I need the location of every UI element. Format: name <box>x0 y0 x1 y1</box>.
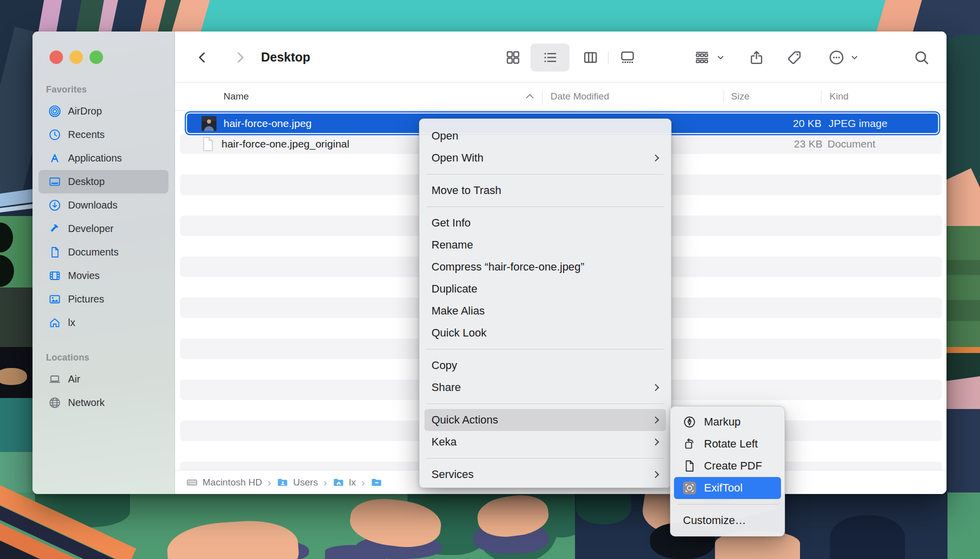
submenu-chevron-icon <box>652 154 659 162</box>
menu-item-label: Open <box>432 130 458 142</box>
airdrop-icon <box>48 105 61 118</box>
globe-icon <box>48 396 61 409</box>
desktop-icon <box>48 176 61 188</box>
menu-item-move-to-trash[interactable]: Move to Trash <box>420 180 671 202</box>
column-divider[interactable] <box>542 90 542 103</box>
menu-item-label: Copy <box>432 359 457 372</box>
menu-item-duplicate[interactable]: Duplicate <box>420 278 671 300</box>
sidebar-item-desktop[interactable]: Desktop <box>38 170 168 194</box>
column-divider[interactable] <box>821 90 822 103</box>
menu-item-label: Keka <box>432 436 456 448</box>
menu-item-quick-look[interactable]: Quick Look <box>420 322 671 344</box>
menu-separator <box>426 458 664 458</box>
menu-item-label: Quick Look <box>432 326 486 340</box>
column-view-button[interactable] <box>578 45 603 70</box>
file-kind: JPEG image <box>828 118 888 130</box>
menu-item-label: Services <box>432 468 474 481</box>
column-header-date-modified[interactable]: Date Modified <box>550 82 609 110</box>
sidebar-item-developer[interactable]: Developer <box>38 217 168 240</box>
column-headers: Name Date Modified Size Kind <box>175 82 946 110</box>
file-kind: Document <box>828 138 876 150</box>
list-view-button[interactable] <box>530 44 570 72</box>
sidebar-item-label: Air <box>68 374 80 385</box>
menu-item-make-alias[interactable]: Make Alias <box>420 300 671 322</box>
group-button[interactable] <box>690 45 714 70</box>
menu-item-quick-actions[interactable]: Quick Actions <box>424 409 666 431</box>
submenu-item-label: Create PDF <box>704 460 762 472</box>
sidebar-item-lx-home[interactable]: lx <box>38 311 168 334</box>
column-view-icon <box>582 50 598 66</box>
menu-item-open-with[interactable]: Open With <box>420 147 671 169</box>
file-name: hair-force-one.jpeg <box>224 118 312 130</box>
file-size: 20 KB <box>793 118 822 130</box>
column-header-kind[interactable]: Kind <box>830 82 848 110</box>
grid-view-icon <box>505 50 521 66</box>
sidebar-item-applications[interactable]: Applications <box>38 146 168 170</box>
menu-item-compress[interactable]: Compress “hair-force-one.jpeg” <box>420 256 671 278</box>
submenu-item-customize[interactable]: Customize… <box>670 510 784 532</box>
menu-item-keka[interactable]: Keka <box>420 431 671 453</box>
menu-item-label: Move to Trash <box>432 184 501 197</box>
sidebar-item-downloads[interactable]: Downloads <box>38 194 168 217</box>
sidebar-item-recents[interactable]: Recents <box>38 123 168 146</box>
submenu-item-markup[interactable]: Markup <box>670 411 784 433</box>
breadcrumb-item[interactable]: Macintosh HD <box>202 477 262 488</box>
sidebar-item-documents[interactable]: Documents <box>38 240 168 264</box>
submenu-item-exiftool[interactable]: ExifTool <box>674 477 781 499</box>
icon-view-button[interactable] <box>500 45 526 70</box>
column-header-size[interactable]: Size <box>731 82 750 110</box>
clock-icon <box>48 128 61 141</box>
sidebar-item-label: Movies <box>68 270 100 282</box>
exiftool-icon <box>683 482 696 494</box>
submenu-chevron-icon <box>652 438 659 446</box>
laptop-icon <box>48 373 61 386</box>
group-chevron[interactable] <box>712 45 730 70</box>
breadcrumb-item[interactable]: Users <box>293 477 318 488</box>
submenu-item-create-pdf[interactable]: Create PDF <box>670 455 784 477</box>
document-icon <box>48 246 61 258</box>
menu-item-copy[interactable]: Copy <box>420 354 671 376</box>
back-button[interactable] <box>190 45 215 70</box>
sidebar: Favorites AirDrop Recents Applications D… <box>32 32 175 494</box>
context-menu: Open Open With Move to Trash Get Info Re… <box>419 118 672 488</box>
menu-separator <box>678 504 778 504</box>
sidebar-item-movies[interactable]: Movies <box>38 264 168 288</box>
hammer-icon <box>48 222 61 235</box>
sidebar-item-label: Pictures <box>68 294 104 305</box>
submenu-item-rotate-left[interactable]: Rotate Left <box>670 433 784 455</box>
menu-item-label: Share <box>432 381 461 394</box>
menu-item-label: Open With <box>432 152 484 164</box>
sidebar-item-pictures[interactable]: Pictures <box>38 288 168 311</box>
gallery-view-button[interactable] <box>615 45 640 70</box>
share-button[interactable] <box>744 45 769 70</box>
menu-item-get-info[interactable]: Get Info <box>420 212 671 234</box>
chevron-left-icon <box>195 50 210 65</box>
toolbar-divider <box>608 52 608 64</box>
sidebar-item-airdrop[interactable]: AirDrop <box>38 100 168 123</box>
menu-item-open[interactable]: Open <box>420 125 671 147</box>
menu-item-rename[interactable]: Rename <box>420 234 671 256</box>
menu-item-share[interactable]: Share <box>420 376 671 398</box>
folder-home-icon <box>332 476 344 488</box>
forward-button[interactable] <box>228 45 252 70</box>
close-button[interactable] <box>50 50 63 64</box>
column-header-name[interactable]: Name <box>224 82 249 110</box>
breadcrumb-item[interactable]: lx <box>349 477 356 488</box>
file-size: 23 KB <box>794 138 822 150</box>
jpeg-thumbnail <box>202 116 216 131</box>
menu-item-services[interactable]: Services <box>420 464 671 486</box>
zoom-button[interactable] <box>90 50 103 64</box>
minimize-button[interactable] <box>70 50 83 64</box>
sidebar-item-air[interactable]: Air <box>38 368 168 391</box>
sidebar-item-network[interactable]: Network <box>38 391 168 414</box>
downloads-icon <box>48 199 61 212</box>
chevron-down-icon <box>850 52 860 62</box>
sidebar-item-label: lx <box>68 317 75 328</box>
breadcrumb-separator: › <box>268 476 271 488</box>
more-actions-chevron[interactable] <box>846 45 864 70</box>
sidebar-item-label: Desktop <box>68 176 104 188</box>
ellipsis-circle-icon <box>828 50 844 66</box>
tag-button[interactable] <box>782 45 807 70</box>
search-button[interactable] <box>909 45 934 70</box>
column-divider[interactable] <box>724 90 724 103</box>
